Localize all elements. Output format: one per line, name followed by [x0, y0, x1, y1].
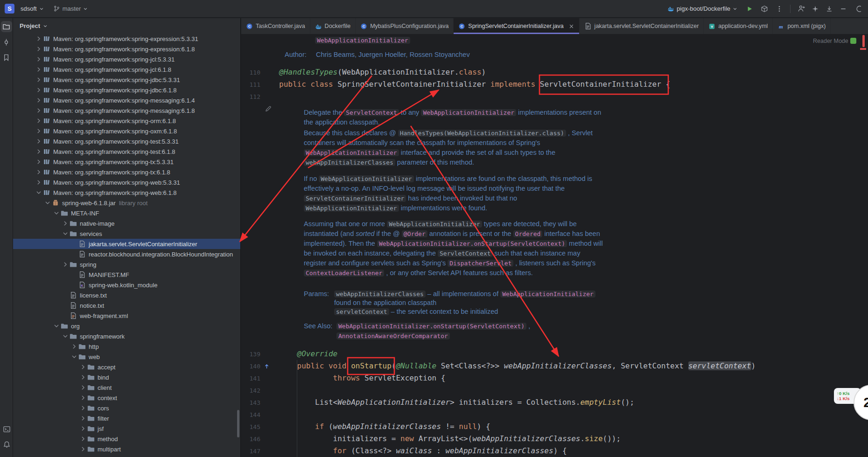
chevron-right-icon[interactable] — [78, 405, 87, 411]
doc-link[interactable]: DispatcherServlet — [448, 260, 513, 267]
notifications-button[interactable] — [1, 439, 12, 450]
edit-javadoc-pencil-icon[interactable] — [265, 105, 272, 112]
tree-item[interactable]: Maven: org.springframework:spring-tx:5.3… — [13, 157, 240, 167]
tree-item[interactable]: Maven: org.springframework:spring-messag… — [13, 95, 240, 105]
doc-link[interactable]: WebApplicationInitializer — [304, 149, 399, 156]
project-tree[interactable]: Maven: org.springframework:spring-expres… — [13, 34, 240, 457]
doc-link[interactable]: WebApplicationInitializer.onStartup(Serv… — [377, 240, 567, 247]
project-panel-header[interactable]: Project — [13, 18, 240, 34]
line-number[interactable]: 139 — [241, 351, 260, 358]
chevron-right-icon[interactable] — [34, 138, 43, 145]
doc-link[interactable]: WebApplicationInitializer — [500, 291, 595, 298]
collaborate-button[interactable] — [795, 3, 807, 15]
line-number[interactable]: 144 — [241, 411, 260, 418]
line-number[interactable]: 145 — [241, 423, 260, 430]
line-number[interactable]: 110 — [241, 69, 260, 76]
tree-item[interactable]: method — [13, 434, 240, 444]
project-switcher[interactable]: sdsoft — [17, 3, 47, 14]
line-number[interactable]: 140 — [241, 363, 260, 370]
chevron-right-icon[interactable] — [34, 148, 43, 155]
tree-item[interactable]: Maven: org.springframework:spring-jcl:5.… — [13, 54, 240, 64]
tree-item[interactable]: org — [13, 321, 240, 331]
tree-item[interactable]: bind — [13, 372, 240, 382]
tree-item[interactable]: Maven: org.springframework:spring-test:5… — [13, 136, 240, 146]
tree-item[interactable]: Maven: org.springframework:spring-test:6… — [13, 146, 240, 157]
editor-tab[interactable]: CTaskController.java — [241, 18, 310, 34]
build-artifact-button[interactable] — [758, 3, 770, 15]
close-icon[interactable] — [568, 23, 574, 29]
tree-item[interactable]: META-INF — [13, 208, 240, 218]
tree-item[interactable]: Maven: org.springframework:spring-orm:6.… — [13, 116, 240, 126]
tree-item[interactable]: jakarta.servlet.ServletContainerInitiali… — [13, 239, 240, 249]
tree-item[interactable]: Maven: org.springframework:spring-jcl:6.… — [13, 64, 240, 75]
chevron-right-icon[interactable] — [34, 118, 43, 124]
chevron-right-icon[interactable] — [34, 159, 43, 165]
inspections-ok-icon[interactable] — [850, 38, 856, 44]
chevron-right-icon[interactable] — [78, 395, 87, 401]
tree-item[interactable]: Maven: org.springframework:spring-expres… — [13, 34, 240, 44]
chevron-down-icon[interactable] — [61, 230, 70, 237]
doc-link[interactable]: WebApplicationInitializer — [315, 37, 410, 44]
editor-tab[interactable]: Yapplication-dev.yml — [704, 18, 773, 34]
tree-item[interactable]: cors — [13, 403, 240, 413]
chevron-right-icon[interactable] — [34, 66, 43, 73]
line-number[interactable]: 111 — [241, 81, 260, 88]
chevron-right-icon[interactable] — [70, 343, 78, 350]
tree-item[interactable]: Maven: org.springframework:spring-web:6.… — [13, 187, 240, 198]
line-number[interactable]: 147 — [241, 448, 260, 455]
tree-item[interactable]: license.txt — [13, 290, 240, 300]
chevron-right-icon[interactable] — [78, 364, 87, 370]
editor-content[interactable]: Reader Mode ↑0 K/s ↓1 K/s 29 110@Handles… — [241, 34, 868, 457]
editor-tab[interactable]: jakarta.servlet.ServletContainerInitiali… — [580, 18, 704, 34]
doc-link[interactable]: WebApplicationInitializer.onStartup(Serv… — [336, 323, 526, 330]
commit-tool-button[interactable] — [1, 36, 12, 48]
tree-item[interactable]: client — [13, 382, 240, 393]
tree-item[interactable]: springframework — [13, 331, 240, 341]
tree-item[interactable]: multipart — [13, 444, 240, 454]
doc-link[interactable]: ServletContext — [344, 109, 399, 116]
chevron-right-icon[interactable] — [34, 56, 43, 62]
chevron-right-icon[interactable] — [61, 261, 70, 268]
doc-link[interactable]: ContextLoaderListener — [304, 270, 384, 277]
chevron-right-icon[interactable] — [34, 169, 43, 175]
tree-item[interactable]: native-image — [13, 218, 240, 228]
tree-item[interactable]: reactor.blockhound.integration.BlockHoun… — [13, 249, 240, 259]
tree-item[interactable]: Kspring-web.kotlin_module — [13, 280, 240, 290]
chevron-right-icon[interactable] — [34, 179, 43, 186]
chevron-right-icon[interactable] — [34, 128, 43, 134]
chevron-down-icon[interactable] — [52, 210, 61, 216]
line-number[interactable]: 112 — [241, 93, 260, 100]
tree-item[interactable]: Maven: org.springframework:spring-jdbc:5… — [13, 75, 240, 85]
chevron-right-icon[interactable] — [78, 384, 87, 391]
line-number[interactable]: 141 — [241, 375, 260, 382]
chevron-down-icon[interactable] — [34, 189, 43, 196]
line-number[interactable]: 143 — [241, 399, 260, 406]
doc-link[interactable]: WebApplicationInitializer — [421, 109, 516, 116]
doc-link[interactable]: AnnotationAwareOrderComparator — [336, 332, 450, 339]
chevron-right-icon[interactable] — [78, 446, 87, 452]
tree-item[interactable]: Maven: org.springframework:spring-expres… — [13, 44, 240, 54]
chevron-right-icon[interactable] — [78, 415, 87, 422]
chevron-right-icon[interactable] — [34, 46, 43, 52]
tree-item[interactable]: notice.txt — [13, 300, 240, 311]
tree-item[interactable]: filter — [13, 413, 240, 423]
bookmarks-tool-button[interactable] — [1, 52, 12, 63]
tree-item[interactable]: Maven: org.springframework:spring-tx:6.1… — [13, 167, 240, 177]
chevron-right-icon[interactable] — [34, 87, 43, 93]
tree-item[interactable]: web — [13, 352, 240, 362]
chevron-right-icon[interactable] — [78, 436, 87, 442]
chevron-right-icon[interactable] — [61, 220, 70, 227]
vcs-branch-widget[interactable]: master — [50, 3, 91, 14]
chevron-right-icon[interactable] — [34, 97, 43, 104]
tree-item[interactable]: Maven: org.springframework:spring-web:5.… — [13, 177, 240, 187]
chevron-down-icon[interactable] — [70, 353, 78, 360]
tree-item[interactable]: web-fragment.xml — [13, 311, 240, 321]
line-number[interactable]: 146 — [241, 436, 260, 443]
tree-item[interactable]: http — [13, 341, 240, 352]
run-config-selector[interactable]: pigx-boot/Dockerfile — [664, 3, 741, 14]
editor-tab[interactable]: CSpringServletContainerInitializer.java — [454, 18, 579, 34]
project-tool-button[interactable] — [1, 21, 12, 32]
override-gutter-icon[interactable] — [260, 363, 279, 369]
chevron-right-icon[interactable] — [78, 425, 87, 432]
tree-item[interactable]: context — [13, 393, 240, 403]
